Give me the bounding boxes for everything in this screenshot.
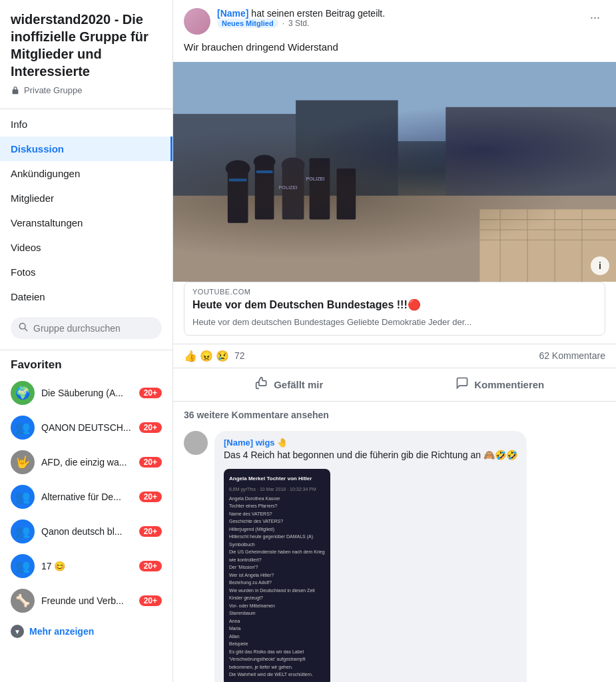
favoriten-item[interactable]: 🌍Die Säuberung (A...20+: [0, 376, 172, 410]
sidebar-item-info[interactable]: Info: [0, 112, 172, 137]
comment-avatar: [184, 431, 208, 455]
sidebar-item-diskussion[interactable]: Diskussion: [0, 137, 172, 161]
divider: [0, 109, 172, 109]
phone-screen-line: Der 'Mission'?: [229, 564, 325, 571]
post-text: Wir brauchen dringend Widerstand: [173, 40, 616, 62]
comments-count-label[interactable]: 62 Kommentare: [539, 350, 605, 361]
link-source: YOUTUBE.COM: [184, 282, 605, 297]
phone-screen-line: 'Verschwörungstheoie' aufgestrampft: [229, 656, 325, 663]
favoriten-label: QANON DEUTSCH...: [41, 422, 133, 433]
favoriten-item[interactable]: 👥Qanon deutsch bl...20+: [0, 514, 172, 549]
favoriten-item[interactable]: 👥Alternative für De...20+: [0, 480, 172, 514]
sidebar-item-videos[interactable]: Videos: [0, 235, 172, 260]
reactions-count: 72: [234, 350, 245, 361]
post-video-thumbnail[interactable]: POLIZEI POLIZEI i: [173, 62, 616, 282]
meta-separator: ·: [282, 19, 284, 28]
phone-screen-title: Angela Merkel Tochter von Hitler: [229, 476, 312, 482]
sidebar-item-fotos[interactable]: Fotos: [0, 260, 172, 284]
phone-screen-line: Kinder gezeugt?: [229, 595, 325, 602]
phone-screen-line: Geschichte des VATERS?: [229, 518, 325, 525]
link-description: Heute vor dem deutschen Bundestages Geli…: [184, 316, 605, 335]
favoriten-badge: 20+: [139, 422, 162, 433]
phone-screen-line: Vor- oder Mittelnamen: [229, 603, 325, 610]
svg-point-0: [19, 323, 25, 329]
phone-screen-line: Beispiele: [229, 641, 325, 648]
more-comments-link[interactable]: 36 weitere Kommentare ansehen: [173, 402, 616, 426]
phone-screen-line: Es gibt das Risiko das wir das Label: [229, 649, 325, 656]
phone-screen-line: wie kontrolliert?: [229, 557, 325, 564]
post-card: [Name] hat seinen ersten Beitrag geteilt…: [173, 0, 616, 682]
comment-button[interactable]: Kommentieren: [395, 371, 606, 398]
post-header: [Name] hat seinen ersten Beitrag geteilt…: [173, 0, 616, 40]
favoriten-label: Freunde und Verb...: [41, 595, 133, 606]
comment-bubble: [Name] wigs 🤚 Das 4 Reich hat begonnen u…: [214, 431, 527, 682]
search-input[interactable]: [33, 323, 154, 334]
private-badge: Private Gruppe: [0, 85, 172, 106]
main-content: [Name] hat seinen ersten Beitrag geteilt…: [173, 0, 616, 682]
favoriten-badge: 20+: [139, 388, 162, 398]
phone-screen-line: Wie wurden in Deutschland in diesen Zeit: [229, 587, 325, 595]
comment-author[interactable]: [Name] wigs 🤚: [224, 438, 517, 448]
like-icon: [255, 376, 268, 393]
video-info-button[interactable]: i: [591, 256, 609, 275]
post-meta: Neues Mitglied · 3 Std.: [217, 19, 578, 28]
favoriten-item[interactable]: 👥17 😊20+: [0, 549, 172, 583]
post-options-button[interactable]: ···: [585, 8, 605, 27]
favoriten-badge: 20+: [139, 457, 162, 468]
favoriten-label: 17 😊: [41, 561, 133, 571]
like-label: Gefällt mir: [274, 379, 323, 390]
phone-screen-line: Hitlerjugend (Mitglied): [229, 526, 325, 533]
favoriten-list: 🌍Die Säuberung (A...20+👥QANON DEUTSCH...…: [0, 376, 172, 645]
chevron-down-icon: ▼: [11, 625, 24, 638]
phone-screen-line: Stammbaum: [229, 610, 325, 617]
phone-screen-line: Name des VATERS?: [229, 511, 325, 518]
sidebar-item-mitglieder[interactable]: Mitglieder: [0, 186, 172, 210]
reaction-like: 👍: [184, 350, 197, 362]
sidebar-item-dateien[interactable]: Dateien: [0, 284, 172, 309]
favoriten-avatar: 👥: [11, 519, 35, 543]
divider2: [0, 350, 172, 350]
phone-screen-line: bekommen, je tiefer wir gehen.: [229, 664, 325, 671]
video-overlay: i: [173, 62, 616, 282]
phone-screen-line: Wer ist Angela Hitler?: [229, 572, 325, 579]
sidebar-item-ankuendigungen[interactable]: Ankündigungen: [0, 161, 172, 186]
phone-screen-line: Die US Geheimdienste haben nach dem Krie…: [229, 549, 325, 556]
post-time: 3 Std.: [288, 19, 309, 28]
favoriten-avatar: 🌍: [11, 381, 35, 405]
phone-screen-line: Symbolbuch: [229, 541, 325, 549]
favoriten-label: AFD, die einzig wa...: [41, 457, 133, 468]
favoriten-item[interactable]: 👥QANON DEUTSCH...20+: [0, 410, 172, 445]
like-button[interactable]: Gefällt mir: [184, 371, 395, 398]
sidebar: widerstand2020 - Die inoffizielle Gruppe…: [0, 0, 173, 682]
comment-section: [Name] wigs 🤚 Das 4 Reich hat begonnen u…: [173, 426, 616, 682]
phone-lines: Angela Dorothea KasnerTochter eines Pfar…: [229, 496, 325, 679]
link-title: Heute vor dem Deutschen Bundestages !!!🔴: [184, 297, 605, 316]
comment-author-suffix: wigs 🤚: [256, 438, 288, 448]
favoriten-label: Die Säuberung (A...: [41, 388, 133, 398]
comment-text: Das 4 Reich hat begonnen und die füherin…: [224, 449, 517, 462]
favoriten-label: Qanon deutsch bl...: [41, 526, 133, 537]
reactions-left[interactable]: 👍 😠 😢 72: [184, 350, 245, 362]
phone-screen-line: Beziehung zu Adolf?: [229, 579, 325, 587]
reactions-bar: 👍 😠 😢 72 62 Kommentare: [173, 344, 616, 368]
sidebar-search[interactable]: [11, 317, 162, 339]
author-name[interactable]: [Name]: [217, 8, 248, 19]
comment-item: [Name] wigs 🤚 Das 4 Reich hat begonnen u…: [184, 431, 605, 682]
phone-screen-line: Tochter eines Pfarrers?: [229, 503, 325, 510]
new-member-badge: Neues Mitglied: [217, 19, 278, 28]
mehr-anzeigen-button[interactable]: ▼Mehr anzeigen: [0, 618, 172, 645]
phone-screen-meta: 6,6M yyrTfss · 10 Mar 2018 · 10:32:34 PM: [229, 486, 325, 493]
phone-screen-line: Maria: [229, 625, 325, 633]
mehr-anzeigen-label: Mehr anzeigen: [29, 626, 94, 637]
phone-screenshot: Angela Merkel Tochter von Hitler 6,6M yy…: [224, 469, 330, 682]
phone-screen-line: Anna: [229, 618, 325, 625]
favoriten-item[interactable]: 🦴Freunde und Verb...20+: [0, 583, 172, 618]
link-preview[interactable]: YOUTUBE.COM Heute vor dem Deutschen Bund…: [184, 282, 605, 336]
favoriten-badge: 20+: [139, 561, 162, 571]
favoriten-item[interactable]: 🤟AFD, die einzig wa...20+: [0, 445, 172, 480]
favoriten-avatar: 🦴: [11, 589, 35, 613]
comment-label: Kommentieren: [474, 379, 544, 390]
svg-line-1: [25, 328, 27, 331]
sidebar-item-veranstaltungen[interactable]: Veranstaltungen: [0, 210, 172, 235]
avatar: [184, 8, 210, 35]
